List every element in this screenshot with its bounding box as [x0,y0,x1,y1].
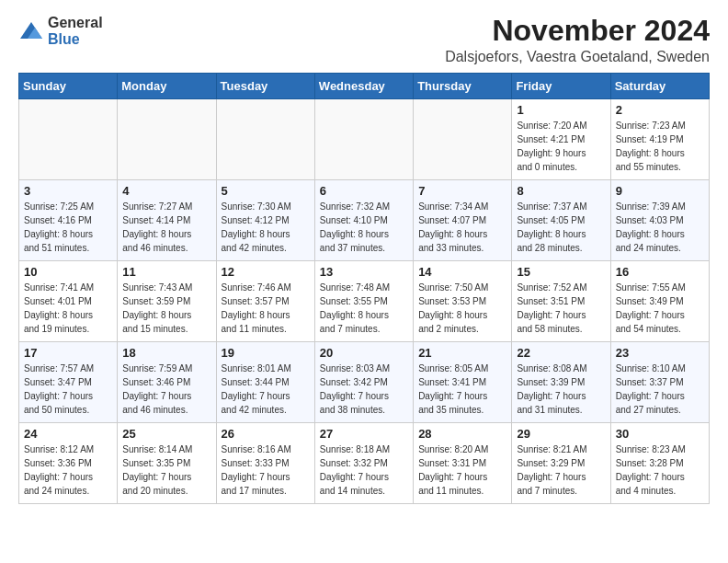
day-number: 3 [24,184,112,198]
header: General Blue November 2024 Dalsjoefors, … [18,15,710,65]
day-number: 28 [418,427,506,441]
day-info: Sunrise: 7:32 AMSunset: 4:10 PMDaylight:… [320,200,408,255]
day-info: Sunrise: 7:50 AMSunset: 3:53 PMDaylight:… [418,281,506,336]
calendar-cell: 25Sunrise: 8:14 AMSunset: 3:35 PMDayligh… [118,423,216,504]
calendar-cell [19,99,118,180]
day-info: Sunrise: 7:39 AMSunset: 4:03 PMDaylight:… [616,200,704,255]
calendar-cell: 3Sunrise: 7:25 AMSunset: 4:16 PMDaylight… [19,180,118,261]
calendar-cell: 18Sunrise: 7:59 AMSunset: 3:46 PMDayligh… [118,342,216,423]
day-info: Sunrise: 7:25 AMSunset: 4:16 PMDaylight:… [24,200,112,255]
day-number: 26 [222,427,310,441]
calendar-cell: 7Sunrise: 7:34 AMSunset: 4:07 PMDaylight… [414,180,512,261]
weekday-header-thursday: Thursday [414,74,512,99]
day-number: 6 [320,184,408,198]
day-number: 25 [122,427,210,441]
day-info: Sunrise: 7:48 AMSunset: 3:55 PMDaylight:… [320,281,408,336]
day-number: 4 [122,184,210,198]
weekday-header-saturday: Saturday [610,74,709,99]
day-number: 7 [418,184,506,198]
day-info: Sunrise: 7:43 AMSunset: 3:59 PMDaylight:… [122,281,210,336]
calendar-cell: 8Sunrise: 7:37 AMSunset: 4:05 PMDaylight… [512,180,610,261]
calendar-cell: 28Sunrise: 8:20 AMSunset: 3:31 PMDayligh… [414,423,512,504]
calendar-cell: 6Sunrise: 7:32 AMSunset: 4:10 PMDaylight… [314,180,413,261]
calendar-cell: 20Sunrise: 8:03 AMSunset: 3:42 PMDayligh… [314,342,413,423]
calendar-cell [414,99,512,180]
day-info: Sunrise: 8:18 AMSunset: 3:32 PMDaylight:… [320,442,408,498]
day-info: Sunrise: 7:27 AMSunset: 4:14 PMDaylight:… [122,200,210,255]
day-number: 17 [24,346,112,360]
calendar-cell: 23Sunrise: 8:10 AMSunset: 3:37 PMDayligh… [610,342,709,423]
calendar-cell: 27Sunrise: 8:18 AMSunset: 3:32 PMDayligh… [314,423,413,504]
day-number: 15 [517,265,605,279]
day-number: 13 [320,265,408,279]
logo-general: General [48,15,103,30]
day-info: Sunrise: 7:46 AMSunset: 3:57 PMDaylight:… [222,281,310,336]
calendar-cell: 15Sunrise: 7:52 AMSunset: 3:51 PMDayligh… [512,261,610,342]
day-info: Sunrise: 8:10 AMSunset: 3:37 PMDaylight:… [616,362,704,417]
day-info: Sunrise: 8:03 AMSunset: 3:42 PMDaylight:… [320,362,408,417]
calendar-cell: 9Sunrise: 7:39 AMSunset: 4:03 PMDaylight… [610,180,709,261]
weekday-header-friday: Friday [512,74,610,99]
day-number: 2 [616,103,704,117]
day-number: 10 [24,265,112,279]
day-number: 9 [616,184,704,198]
day-number: 8 [517,184,605,198]
day-number: 19 [222,346,310,360]
day-info: Sunrise: 8:14 AMSunset: 3:35 PMDaylight:… [122,442,210,498]
day-number: 18 [122,346,210,360]
day-number: 23 [616,346,704,360]
day-number: 29 [517,427,605,441]
calendar-cell [314,99,413,180]
calendar-cell: 12Sunrise: 7:46 AMSunset: 3:57 PMDayligh… [216,261,314,342]
weekday-header-tuesday: Tuesday [216,74,314,99]
day-number: 11 [122,265,210,279]
calendar-cell: 13Sunrise: 7:48 AMSunset: 3:55 PMDayligh… [314,261,413,342]
day-info: Sunrise: 7:57 AMSunset: 3:47 PMDaylight:… [24,362,112,417]
day-number: 21 [418,346,506,360]
day-info: Sunrise: 7:37 AMSunset: 4:05 PMDaylight:… [517,200,605,255]
calendar-cell: 30Sunrise: 8:23 AMSunset: 3:28 PMDayligh… [610,423,709,504]
calendar-cell: 22Sunrise: 8:08 AMSunset: 3:39 PMDayligh… [512,342,610,423]
day-info: Sunrise: 7:30 AMSunset: 4:12 PMDaylight:… [222,200,310,255]
weekday-header-wednesday: Wednesday [314,74,413,99]
calendar-cell: 26Sunrise: 8:16 AMSunset: 3:33 PMDayligh… [216,423,314,504]
day-number: 22 [517,346,605,360]
logo: General Blue [18,15,103,48]
weekday-header-sunday: Sunday [19,74,118,99]
logo-icon [18,20,44,42]
calendar-cell: 16Sunrise: 7:55 AMSunset: 3:49 PMDayligh… [610,261,709,342]
calendar-cell: 11Sunrise: 7:43 AMSunset: 3:59 PMDayligh… [118,261,216,342]
calendar-week-4: 17Sunrise: 7:57 AMSunset: 3:47 PMDayligh… [19,342,710,423]
day-number: 30 [616,427,704,441]
day-info: Sunrise: 7:55 AMSunset: 3:49 PMDaylight:… [616,281,704,336]
calendar-cell: 5Sunrise: 7:30 AMSunset: 4:12 PMDaylight… [216,180,314,261]
day-number: 1 [517,103,605,117]
day-info: Sunrise: 8:21 AMSunset: 3:29 PMDaylight:… [517,442,605,498]
day-info: Sunrise: 8:12 AMSunset: 3:36 PMDaylight:… [24,442,112,498]
day-info: Sunrise: 7:20 AMSunset: 4:21 PMDaylight:… [517,119,605,174]
month-title: November 2024 [445,15,710,47]
calendar-cell: 1Sunrise: 7:20 AMSunset: 4:21 PMDaylight… [512,99,610,180]
calendar-week-1: 1Sunrise: 7:20 AMSunset: 4:21 PMDaylight… [19,99,710,180]
day-info: Sunrise: 8:08 AMSunset: 3:39 PMDaylight:… [517,362,605,417]
calendar-week-5: 24Sunrise: 8:12 AMSunset: 3:36 PMDayligh… [19,423,710,504]
day-number: 14 [418,265,506,279]
logo-blue: Blue [48,31,80,47]
day-info: Sunrise: 7:41 AMSunset: 4:01 PMDaylight:… [24,281,112,336]
day-info: Sunrise: 7:34 AMSunset: 4:07 PMDaylight:… [418,200,506,255]
day-info: Sunrise: 7:52 AMSunset: 3:51 PMDaylight:… [517,281,605,336]
weekday-header-monday: Monday [118,74,216,99]
day-info: Sunrise: 8:20 AMSunset: 3:31 PMDaylight:… [418,442,506,498]
title-area: November 2024 Dalsjoefors, Vaestra Goeta… [445,15,710,65]
day-number: 12 [222,265,310,279]
location-title: Dalsjoefors, Vaestra Goetaland, Sweden [445,49,710,65]
calendar-cell: 10Sunrise: 7:41 AMSunset: 4:01 PMDayligh… [19,261,118,342]
calendar-cell: 4Sunrise: 7:27 AMSunset: 4:14 PMDaylight… [118,180,216,261]
logo-text: General Blue [48,15,103,48]
day-number: 5 [222,184,310,198]
day-info: Sunrise: 8:01 AMSunset: 3:44 PMDaylight:… [222,362,310,417]
day-info: Sunrise: 7:23 AMSunset: 4:19 PMDaylight:… [616,119,704,174]
calendar-cell: 21Sunrise: 8:05 AMSunset: 3:41 PMDayligh… [414,342,512,423]
calendar: SundayMondayTuesdayWednesdayThursdayFrid… [18,73,710,504]
calendar-cell: 29Sunrise: 8:21 AMSunset: 3:29 PMDayligh… [512,423,610,504]
